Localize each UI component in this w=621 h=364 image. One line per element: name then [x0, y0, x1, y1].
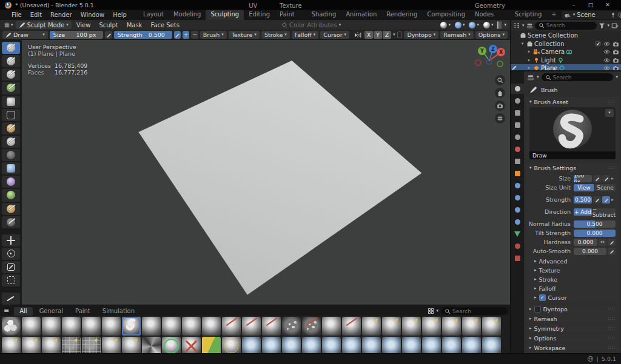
outliner-row-collection[interactable]: ▾Collection [511, 40, 621, 48]
disable-render-icon[interactable] [613, 65, 619, 70]
editor-type-icon[interactable] [527, 74, 534, 81]
shelf-menu-icon[interactable]: ≡ [2, 306, 13, 316]
tool-inflate[interactable] [2, 109, 20, 121]
brush-thumbnail[interactable] [122, 337, 141, 353]
outliner-row-camera[interactable]: ▸Camera [511, 48, 621, 56]
zoom-button[interactable] [495, 75, 505, 85]
dyntopo-dropdown[interactable]: Dyntopo▾ [404, 31, 438, 39]
mirror-x-toggle[interactable]: X [364, 31, 373, 39]
brush-thumbnail[interactable] [342, 317, 361, 336]
ptab-view-layer[interactable] [511, 120, 524, 130]
disable-render-icon[interactable] [613, 57, 619, 64]
workspace-tab-animation[interactable]: Animation [341, 10, 381, 20]
brush-thumbnail[interactable] [242, 317, 261, 336]
brush-thumbnail[interactable] [442, 337, 461, 353]
brush-thumbnail[interactable] [262, 337, 281, 353]
ptab-collection[interactable] [511, 156, 524, 167]
panel-grip[interactable]: ∷∷ [608, 165, 616, 171]
add-mode-button[interactable]: + [183, 31, 189, 39]
camera-view-button[interactable] [495, 101, 505, 111]
dyntopo-checkbox[interactable] [397, 31, 403, 38]
shelf-tab-all[interactable]: All [14, 307, 32, 316]
brush-thumbnail[interactable] [182, 317, 201, 336]
expand-icon[interactable]: ▸ [611, 176, 616, 181]
brush-thumbnail[interactable] [302, 337, 321, 353]
brush-thumbnail-selected[interactable] [122, 317, 141, 336]
brush-thumbnail[interactable] [142, 317, 161, 336]
brush-settings-panel-header[interactable]: ▾ Brush Settings ∷∷ [526, 163, 619, 173]
tool-draw-sharp[interactable] [2, 55, 20, 67]
remesh-dropdown[interactable]: Remesh▾ [440, 31, 474, 39]
brush-thumbnail[interactable] [402, 337, 421, 353]
ptab-particles[interactable] [511, 193, 524, 203]
panel-workspace[interactable]: ▸Workspace∷∷ [526, 343, 619, 352]
brush-thumbnail[interactable] [462, 337, 481, 353]
viewport-menu-sculpt[interactable]: Sculpt [95, 22, 121, 28]
axis-y-ball[interactable]: Y [478, 47, 486, 55]
menu-render[interactable]: Render [46, 10, 76, 20]
axis-neg-z-ball[interactable] [486, 58, 492, 65]
copy-scene-icon[interactable] [618, 12, 621, 18]
options-dropdown[interactable]: Options▾ [475, 31, 508, 39]
scene-selector[interactable]: ▾ Scene [562, 11, 621, 19]
tool-move[interactable] [2, 234, 20, 247]
brush-thumbnail[interactable] [422, 337, 441, 353]
workspace-tab-texture-paint[interactable]: Texture Paint [275, 1, 307, 20]
brush-thumbnail[interactable] [422, 317, 441, 336]
outliner-row-light[interactable]: ▸Light [511, 56, 621, 65]
expand-caret[interactable]: ▸ [526, 66, 532, 70]
mirror-z-toggle[interactable]: Z [383, 31, 391, 39]
panel-grip[interactable]: ∷∷ [608, 316, 616, 322]
plane-object[interactable] [22, 40, 510, 305]
brush-thumbnail[interactable] [402, 317, 421, 336]
properties-search-input[interactable] [553, 74, 610, 81]
brush-thumbnail[interactable] [82, 317, 101, 336]
size-slider[interactable]: 100 px [574, 175, 592, 182]
ptab-output[interactable] [511, 108, 524, 118]
ptab-render[interactable] [511, 96, 524, 106]
pressure-button[interactable] [593, 175, 601, 182]
brush-thumbnail[interactable] [42, 337, 61, 353]
annotation-tool-dropdown[interactable]: ▾ [482, 21, 495, 29]
panel-options[interactable]: ▸Options∷∷ [526, 334, 619, 343]
subpanel-texture[interactable]: ▸Texture [526, 266, 619, 275]
outliner-search-input[interactable] [546, 22, 594, 28]
filter-icon[interactable] [599, 22, 605, 29]
display-mode-icon[interactable] [428, 308, 434, 314]
brush-thumbnail[interactable] [322, 317, 341, 336]
workspace-tab-layout[interactable]: Layout [138, 10, 169, 20]
ptab-physics[interactable] [511, 205, 524, 215]
minimize-button[interactable]: – [565, 2, 582, 8]
tool-blob[interactable] [2, 122, 20, 134]
ptab-object-data[interactable] [511, 229, 524, 239]
ptab-world[interactable] [511, 144, 524, 154]
shelf-tab-simulation[interactable]: Simulation [97, 307, 140, 316]
ptab-object[interactable] [511, 168, 524, 179]
workspace-tab-uv-editing[interactable]: UV Editing [244, 1, 275, 20]
gizmos-dropdown[interactable]: ▾ [453, 21, 466, 29]
tool-clay-strips[interactable] [2, 82, 20, 94]
tool-simplify[interactable] [2, 216, 20, 228]
brush-thumbnail[interactable] [2, 337, 21, 353]
strength-slider[interactable]: 0.500 [574, 196, 592, 204]
brush-asset-panel-header[interactable]: ▾ Brush Asset ∷∷ [526, 97, 619, 107]
disable-render-icon[interactable] [613, 48, 619, 55]
brush-thumbnail[interactable] [282, 317, 301, 336]
tool-annotate-region[interactable] [2, 274, 20, 286]
subtract-mode-button[interactable]: − [191, 31, 198, 39]
workspace-tab-shading[interactable]: Shading [307, 10, 341, 20]
menu-file[interactable]: File [7, 10, 26, 20]
normal-radius-slider[interactable]: 0.500 [574, 220, 616, 228]
viewport-menu-view[interactable]: View [73, 22, 95, 28]
ptab-modifiers[interactable] [511, 180, 524, 191]
subpanel-falloff[interactable]: ▸Falloff [526, 284, 619, 293]
panel-grip[interactable]: ∷∷ [608, 326, 616, 331]
viewport-menu-mask[interactable]: Mask [123, 22, 146, 28]
disable-render-icon[interactable] [613, 41, 619, 47]
selectability-dropdown[interactable]: ▾ [438, 21, 452, 29]
brush-dropdown[interactable]: Brush▾ [200, 31, 227, 39]
ptab-tool[interactable] [511, 84, 524, 94]
strength-pressure-button[interactable] [174, 31, 181, 39]
brush-thumbnail[interactable] [182, 337, 201, 353]
hide-viewport-icon[interactable] [603, 48, 610, 55]
